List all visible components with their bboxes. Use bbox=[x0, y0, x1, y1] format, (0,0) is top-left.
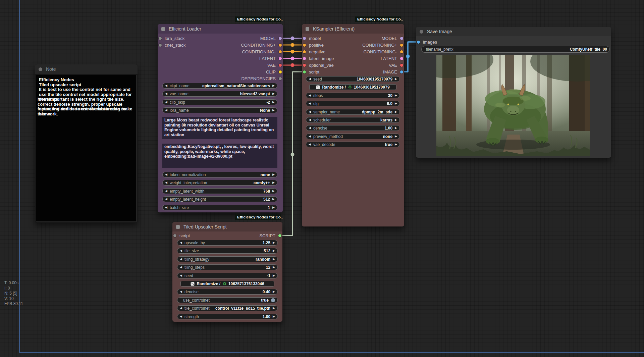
save-image-header[interactable]: Save Image bbox=[416, 27, 611, 36]
slot-dot[interactable] bbox=[279, 77, 282, 80]
slot-dot[interactable] bbox=[417, 41, 420, 44]
slot-dot[interactable] bbox=[400, 37, 403, 40]
left-arrow-icon[interactable]: ◀ bbox=[180, 315, 182, 318]
input-slot-images[interactable]: images bbox=[417, 39, 437, 45]
tiled-upscaler-header[interactable]: Tiled Upscaler Script bbox=[172, 222, 282, 232]
left-arrow-icon[interactable]: ◀ bbox=[309, 118, 311, 121]
left-arrow-icon[interactable]: ◀ bbox=[165, 181, 167, 184]
right-arrow-icon[interactable]: ▶ bbox=[273, 290, 275, 293]
slot-dot[interactable] bbox=[303, 37, 306, 40]
graph-canvas[interactable]: { "badge": "Efficiency Nodes for Co..", … bbox=[0, 0, 644, 357]
left-arrow-icon[interactable]: ◀ bbox=[180, 258, 182, 261]
collapse-square-icon[interactable] bbox=[161, 27, 165, 31]
slot-dot[interactable] bbox=[400, 44, 403, 47]
widget-ckpt-name[interactable]: ◀ ckpt_name epicrealism_naturalSin.safet… bbox=[162, 83, 277, 89]
positive-prompt-textarea[interactable]: Large Moss beast redwood forest landscap… bbox=[162, 117, 277, 139]
output-slot-clip[interactable]: CLIP bbox=[266, 68, 282, 75]
widget-empty-latent-height[interactable]: ◀ empty_latent_height 512 ▶ bbox=[162, 196, 277, 202]
widget-tiling-steps[interactable]: ◀ tiling_steps 12 ▶ bbox=[177, 264, 278, 270]
slot-dot[interactable] bbox=[159, 37, 162, 40]
collapse-dot-icon[interactable] bbox=[39, 67, 42, 71]
right-arrow-icon[interactable]: ▶ bbox=[272, 173, 275, 176]
right-arrow-icon[interactable]: ▶ bbox=[272, 101, 275, 104]
slot-dot[interactable] bbox=[303, 57, 306, 60]
note-header[interactable]: Note bbox=[35, 64, 138, 74]
right-arrow-icon[interactable]: ▶ bbox=[395, 94, 397, 97]
widget-batch-size[interactable]: ◀ batch_size 1 ▶ bbox=[162, 205, 277, 210]
randomize-seed-button[interactable]: Randomize / ♻ 1046036195170979 bbox=[309, 84, 396, 90]
right-arrow-icon[interactable]: ▶ bbox=[395, 110, 397, 113]
note-text[interactable]: Efficiency Nodes Tiled upscaler script I… bbox=[36, 75, 137, 222]
slot-dot[interactable] bbox=[279, 50, 282, 53]
input-slot-lora-stack[interactable]: lora_stack bbox=[159, 35, 184, 42]
output-slot-conditioning-minus[interactable]: CONDITIONING- bbox=[242, 48, 282, 55]
left-arrow-icon[interactable]: ◀ bbox=[180, 266, 182, 269]
right-arrow-icon[interactable]: ▶ bbox=[273, 258, 275, 261]
left-arrow-icon[interactable]: ◀ bbox=[309, 143, 311, 146]
right-arrow-icon[interactable]: ▶ bbox=[395, 126, 397, 130]
slot-dot[interactable] bbox=[159, 44, 162, 47]
collapse-dot-icon[interactable] bbox=[420, 30, 423, 34]
right-arrow-icon[interactable]: ▶ bbox=[273, 266, 275, 269]
widget-lora-name[interactable]: ◀ lora_name None ▶ bbox=[162, 107, 277, 113]
right-arrow-icon[interactable]: ▶ bbox=[272, 181, 275, 184]
input-slot-script[interactable]: script bbox=[173, 232, 190, 239]
output-slot-conditioning-plus[interactable]: CONDITIONING+ bbox=[241, 42, 282, 48]
widget-upscale-by[interactable]: ◀ upscale_by 1.25 ▶ bbox=[177, 240, 278, 246]
widget-steps[interactable]: ◀ steps 30 ▶ bbox=[306, 93, 400, 98]
left-arrow-icon[interactable]: ◀ bbox=[180, 274, 182, 277]
right-arrow-icon[interactable]: ▶ bbox=[395, 102, 397, 105]
toggle-icon[interactable] bbox=[271, 298, 275, 302]
output-slot-image[interactable]: IMAGE bbox=[383, 68, 403, 75]
collapse-square-icon[interactable] bbox=[176, 225, 180, 229]
right-arrow-icon[interactable]: ▶ bbox=[272, 109, 275, 112]
left-arrow-icon[interactable]: ◀ bbox=[309, 135, 311, 138]
widget-empty-latent-width[interactable]: ◀ empty_latent_width 768 ▶ bbox=[162, 188, 277, 194]
widget-strength[interactable]: ◀ strength 1.00 ▶ bbox=[177, 314, 278, 319]
slot-dot[interactable] bbox=[278, 234, 281, 237]
negative-prompt-textarea[interactable]: embedding:EasyNegative.pt, , lowres, low… bbox=[162, 144, 277, 168]
right-arrow-icon[interactable]: ▶ bbox=[395, 143, 397, 146]
widget-preview-method[interactable]: ◀ preview_method none ▶ bbox=[306, 134, 400, 139]
right-arrow-icon[interactable]: ▶ bbox=[273, 249, 275, 252]
right-arrow-icon[interactable]: ▶ bbox=[395, 135, 397, 138]
left-arrow-icon[interactable]: ◀ bbox=[165, 101, 167, 104]
left-arrow-icon[interactable]: ◀ bbox=[165, 92, 167, 95]
widget-denoise[interactable]: ◀ denoise 0.40 ▶ bbox=[177, 289, 278, 295]
slot-dot[interactable] bbox=[400, 50, 403, 53]
left-arrow-icon[interactable]: ◀ bbox=[180, 249, 182, 252]
widget-tile-size[interactable]: ◀ tile_size 512 ▶ bbox=[177, 248, 278, 254]
output-slot-vae[interactable]: VAE bbox=[389, 62, 403, 68]
slot-dot[interactable] bbox=[400, 70, 403, 73]
slot-dot[interactable] bbox=[303, 64, 306, 67]
input-slot-positive[interactable]: positive bbox=[303, 42, 324, 48]
output-slot-dependencies[interactable]: DEPENDENCIES bbox=[241, 75, 282, 82]
right-arrow-icon[interactable]: ▶ bbox=[273, 274, 275, 277]
right-arrow-icon[interactable]: ▶ bbox=[272, 190, 275, 193]
input-slot-optional-vae[interactable]: optional_vae bbox=[303, 62, 334, 68]
efficient-loader-header[interactable]: Efficient Loader bbox=[158, 24, 283, 34]
widget-clip-skip[interactable]: ◀ clip_skip -2 ▶ bbox=[162, 99, 277, 105]
left-arrow-icon[interactable]: ◀ bbox=[165, 206, 167, 209]
widget-filename-prefix[interactable]: filename_prefix ComfyUI\eff_tile_00 bbox=[421, 46, 610, 53]
left-arrow-icon[interactable]: ◀ bbox=[165, 173, 167, 176]
right-arrow-icon[interactable]: ▶ bbox=[272, 92, 275, 95]
widget-vae-decode[interactable]: ◀ vae_decode true ▶ bbox=[306, 142, 400, 147]
left-arrow-icon[interactable]: ◀ bbox=[165, 190, 167, 193]
output-slot-conditioning-minus[interactable]: CONDITIONING- bbox=[364, 48, 403, 55]
widget-denoise[interactable]: ◀ denoise 1.00 ▶ bbox=[306, 125, 400, 131]
right-arrow-icon[interactable]: ▶ bbox=[395, 78, 397, 81]
widget-tile-controlnet[interactable]: ◀ tile_controlnet control_v11f1e_sd15_ti… bbox=[177, 305, 278, 311]
output-slot-conditioning-plus[interactable]: CONDITIONING+ bbox=[362, 42, 403, 48]
output-slot-model[interactable]: MODEL bbox=[382, 35, 403, 42]
output-slot-model[interactable]: MODEL bbox=[260, 35, 282, 42]
left-arrow-icon[interactable]: ◀ bbox=[309, 78, 311, 81]
output-slot-latent[interactable]: LATENT bbox=[381, 55, 403, 62]
slot-dot[interactable] bbox=[303, 70, 306, 73]
right-arrow-icon[interactable]: ▶ bbox=[272, 206, 275, 209]
right-arrow-icon[interactable]: ▶ bbox=[273, 315, 275, 318]
left-arrow-icon[interactable]: ◀ bbox=[309, 126, 311, 130]
right-arrow-icon[interactable]: ▶ bbox=[273, 307, 275, 310]
widget-scheduler[interactable]: ◀ scheduler karras ▶ bbox=[306, 117, 400, 123]
widget-use-controlnet[interactable]: use_controlnet true bbox=[177, 297, 278, 303]
